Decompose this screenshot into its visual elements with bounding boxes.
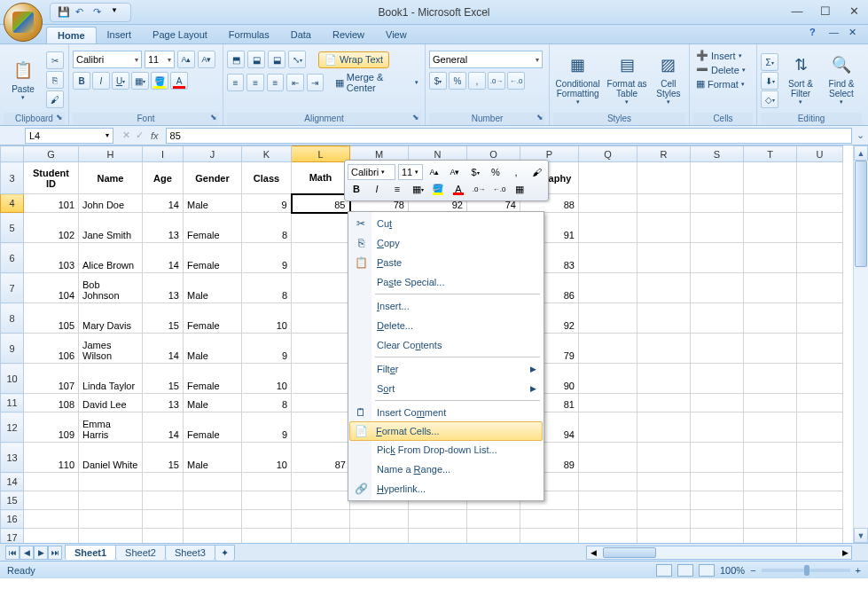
cell[interactable] <box>691 394 744 412</box>
menu-item-hyperlink[interactable]: 🔗Hyperlink... <box>350 479 542 499</box>
ribbon-tab-formulas[interactable]: Formulas <box>218 27 280 43</box>
mini-grow-font[interactable]: A▴ <box>426 164 443 180</box>
cell[interactable]: Emma Harris <box>79 412 143 443</box>
column-header[interactable]: J <box>184 146 242 162</box>
cell[interactable] <box>637 303 691 334</box>
cell[interactable] <box>744 194 797 213</box>
number-format-combo[interactable]: General▾ <box>429 51 543 68</box>
shrink-font-button[interactable]: A▾ <box>198 51 215 68</box>
cell[interactable] <box>184 510 242 529</box>
cell[interactable] <box>744 443 797 473</box>
redo-icon[interactable]: ↷ <box>93 6 106 19</box>
cell[interactable] <box>691 303 744 334</box>
cell[interactable] <box>744 364 797 394</box>
column-header[interactable]: H <box>79 146 143 162</box>
cell[interactable]: 9 <box>242 412 292 443</box>
cell[interactable] <box>242 473 292 491</box>
cell[interactable] <box>292 491 350 510</box>
cell[interactable] <box>691 364 744 394</box>
cell[interactable] <box>579 243 637 273</box>
cell[interactable] <box>79 510 143 529</box>
row-header[interactable]: 10 <box>1 364 24 394</box>
cell[interactable] <box>292 412 350 443</box>
insert-cells-button[interactable]: ➕ Insert ▾ <box>693 49 753 62</box>
align-right-button[interactable]: ≡ <box>267 74 284 91</box>
scroll-thumb[interactable] <box>855 161 867 267</box>
cell[interactable] <box>744 394 797 412</box>
cell[interactable] <box>292 213 350 243</box>
cell[interactable] <box>691 510 744 529</box>
cell[interactable]: Male <box>184 334 242 364</box>
find-select-button[interactable]: 🔍Find & Select▾ <box>823 51 860 109</box>
cell[interactable]: Male <box>184 273 242 303</box>
cell[interactable]: 105 <box>24 303 79 334</box>
fx-icon[interactable]: fx <box>151 130 159 141</box>
cell[interactable] <box>797 194 843 213</box>
cell[interactable] <box>637 273 691 303</box>
menu-item-paste-special[interactable]: Paste Special... <box>350 272 542 292</box>
vertical-scrollbar[interactable]: ▲ ▼ <box>853 145 868 543</box>
cell[interactable] <box>744 334 797 364</box>
menu-item-insert-comment[interactable]: 🗒Insert Comment <box>350 403 542 422</box>
decrease-decimal-button[interactable]: ←.0 <box>507 72 525 90</box>
zoom-in-button[interactable]: + <box>856 565 861 576</box>
cell[interactable]: 104 <box>24 273 79 303</box>
close-button[interactable]: ✕ <box>845 4 863 18</box>
merge-center-button[interactable]: ▦ Merge & Center ▾ <box>332 71 421 94</box>
save-icon[interactable]: 💾 <box>58 6 70 19</box>
table-header-cell[interactable] <box>637 162 691 194</box>
cell[interactable] <box>637 412 691 443</box>
ribbon-tab-data[interactable]: Data <box>280 27 322 43</box>
row-header[interactable]: 12 <box>1 412 24 443</box>
cell[interactable] <box>292 303 350 334</box>
cell[interactable] <box>579 334 637 364</box>
mini-dec-decimal[interactable]: ←.0 <box>490 181 508 197</box>
normal-view-button[interactable] <box>656 564 672 577</box>
column-header[interactable]: L <box>292 146 350 162</box>
cell[interactable] <box>637 194 691 213</box>
clear-button[interactable]: ◇▾ <box>761 90 778 108</box>
cell[interactable]: Daniel White <box>79 443 143 473</box>
zoom-out-button[interactable]: − <box>750 565 755 576</box>
cell[interactable] <box>744 303 797 334</box>
doc-close-icon[interactable]: ✕ <box>848 27 863 39</box>
ribbon-minimize-icon[interactable]: — <box>829 27 843 39</box>
table-header-cell[interactable] <box>691 162 744 194</box>
bold-button[interactable]: B <box>73 72 90 90</box>
cell[interactable] <box>691 491 744 510</box>
cell[interactable]: Linda Taylor <box>79 364 143 394</box>
cell[interactable]: 8 <box>242 213 292 243</box>
ribbon-tab-page-layout[interactable]: Page Layout <box>142 27 218 43</box>
cut-button[interactable]: ✂ <box>46 51 64 69</box>
cell[interactable] <box>24 510 79 529</box>
ribbon-tab-insert[interactable]: Insert <box>97 27 143 43</box>
font-name-combo[interactable]: Calibri▾ <box>73 51 142 68</box>
cell[interactable] <box>579 491 637 510</box>
cell[interactable]: Female <box>184 364 242 394</box>
cell[interactable] <box>797 364 843 394</box>
cell[interactable] <box>744 273 797 303</box>
cell[interactable] <box>797 510 843 529</box>
sheet-tab[interactable]: Sheet2 <box>115 545 166 560</box>
format-painter-button[interactable]: 🖌 <box>46 90 64 108</box>
decrease-indent-button[interactable]: ⇤ <box>286 74 303 91</box>
mini-format-painter[interactable]: 🖌 <box>528 164 545 180</box>
maximize-button[interactable]: ☐ <box>817 4 834 18</box>
cell[interactable]: Male <box>184 443 242 473</box>
ribbon-tab-review[interactable]: Review <box>322 27 375 43</box>
cell[interactable] <box>579 213 637 243</box>
cell[interactable] <box>292 364 350 394</box>
cell[interactable] <box>637 491 691 510</box>
row-header[interactable]: 16 <box>1 510 24 529</box>
cell[interactable] <box>143 473 184 491</box>
menu-item-filter[interactable]: Filter▶ <box>350 359 542 379</box>
font-dialog-launcher[interactable]: ⬊ <box>210 113 221 123</box>
cell[interactable] <box>409 529 467 544</box>
cell[interactable] <box>292 510 350 529</box>
cell[interactable]: 109 <box>24 412 79 443</box>
number-dialog-launcher[interactable]: ⬊ <box>536 113 547 123</box>
row-header[interactable]: 13 <box>1 443 24 473</box>
tab-nav-prev[interactable]: ◀ <box>20 546 34 560</box>
scroll-up-button[interactable]: ▲ <box>854 145 868 161</box>
cell[interactable] <box>797 273 843 303</box>
